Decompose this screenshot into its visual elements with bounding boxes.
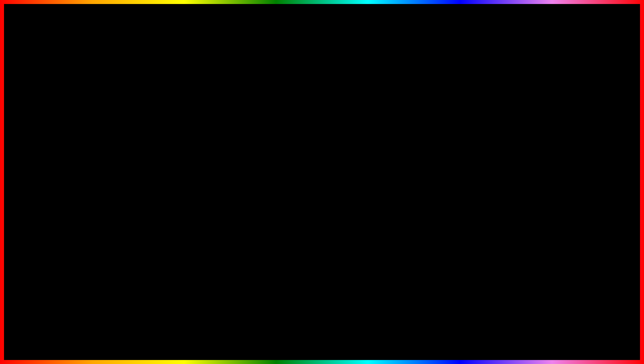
w2-sidebar-localplayer[interactable]: LocalPlayer — [188, 170, 231, 179]
window1-title: King Legacy (Adel Hub) — [128, 90, 177, 96]
w2-label-choose-mode: Choose Mode — [235, 164, 262, 169]
w2-row-save-health: Save Health ✓ — [231, 184, 356, 196]
sidebar-label-settings: Settings — [136, 149, 151, 154]
dot-icon-localplayer — [130, 141, 133, 144]
sidebar-item-dungeon[interactable]: Dungeon — [124, 120, 171, 129]
w2-value-weapon: Sword — [335, 154, 347, 159]
w2-control-select-weapon[interactable]: Sword ▲ — [335, 154, 352, 159]
w2-sidebar-farm[interactable]: Farm — [188, 143, 231, 152]
diamond-icon-farm — [129, 113, 134, 118]
sidebar-label-localplayer: LocalPlayer — [136, 140, 158, 145]
window2: King Legacy (Adel Hub) – × Main Farm Dun… — [187, 119, 357, 222]
window2-body: Main Farm Dungeon Combat LocalPlayer — [188, 130, 356, 221]
w2-sidebar-combat[interactable]: Combat — [188, 161, 231, 170]
w2-control-choose-mode[interactable]: Easy ▲ — [338, 165, 352, 169]
w2-label-save-health: Save Health — [235, 187, 259, 192]
toggle-teleport[interactable] — [341, 142, 352, 148]
sidebar-label-farm: Farm — [136, 113, 146, 118]
w2-label-teleport: Teleport To Dungeon! — [235, 143, 276, 148]
window1-titlebar: King Legacy (Adel Hub) – × — [124, 88, 296, 99]
dot-icon-combat — [130, 132, 133, 135]
avatar-icon-w2: 😊 — [191, 208, 201, 218]
pastebin-label: PASTEBIN — [375, 297, 558, 338]
avatar-name-w2: Sky — [203, 211, 209, 215]
window1-sidebar: Main Farm Dungeon Combat LocalPlayer — [124, 99, 171, 199]
w2-sidebar-settings[interactable]: Settings — [188, 179, 231, 188]
w2-dot-combat — [193, 164, 197, 167]
w2-sidebar-dungeon[interactable]: Dungeon — [188, 152, 231, 161]
w2-control-teleport — [341, 142, 352, 148]
window1-minimize-button[interactable]: – — [277, 90, 284, 97]
w2-value-mode: Easy — [338, 165, 347, 169]
window2-minimize-button[interactable]: – — [337, 122, 344, 128]
chevron-up-icon-mode: ▲ — [349, 165, 352, 169]
w2-sidebar-main[interactable]: Main — [188, 134, 231, 143]
w2-dot-main — [193, 137, 197, 140]
window2-sidebar: Main Farm Dungeon Combat LocalPlayer — [188, 130, 231, 221]
w2-row-choose-mode: Choose Mode Easy ▲ — [231, 162, 356, 172]
window2-close-button[interactable]: × — [346, 122, 353, 128]
sidebar-label-combat: Combat — [136, 131, 151, 136]
w2-dot-settings — [193, 182, 197, 185]
sidebar-item-settings[interactable]: Settings — [124, 147, 171, 156]
main-container: KING LEGACY LVL 4000 King Legacy (Adel H… — [0, 0, 644, 364]
w2-control-auto-dungeon — [341, 175, 352, 181]
sidebar-label-dungeon: Dungeon — [136, 122, 153, 127]
window2-controls: – × — [337, 122, 353, 128]
avatar-icon-w1: 😊 — [128, 187, 137, 196]
w2-row-select-weapon: Select Weapon Sword ▲ — [231, 151, 356, 162]
window2-titlebar: King Legacy (Adel Hub) – × — [188, 120, 356, 130]
script-label: SCRIPT — [236, 297, 370, 338]
window2-title: King Legacy (Adel Hub) — [191, 122, 240, 127]
thumbnail: 🧙 KING LEGACY — [564, 281, 637, 354]
chevron-up-icon-weapon: ▲ — [349, 154, 352, 158]
thumbnail-inner: 🧙 KING LEGACY — [565, 282, 636, 353]
main-title: KING LEGACY — [0, 6, 644, 73]
update-text-container: UPDATE 4.66 SCRIPT PASTEBIN — [7, 296, 558, 339]
avatar-name-w1: Sky — [139, 189, 146, 194]
w2-label-select-weapon: Select Weapon — [235, 154, 265, 159]
toggle-auto-dungeon[interactable] — [341, 175, 352, 181]
w1-section-title: Option section — [175, 102, 293, 107]
w1-btn-select-legacy[interactable]: Select Legacy — [175, 109, 293, 119]
version-label: 4.66 — [160, 297, 231, 338]
w2-section-title: Dungeon — [231, 130, 356, 139]
thumb-title-king: KING — [594, 325, 608, 330]
thumb-title-legacy: LEGACY — [589, 330, 612, 335]
sidebar-item-localplayer[interactable]: LocalPlayer — [124, 138, 171, 147]
dot-icon-main — [130, 105, 133, 108]
w2-row-teleport: Teleport To Dungeon! — [231, 139, 356, 151]
sidebar-item-combat[interactable]: Combat — [124, 129, 171, 138]
checkbox-save-health[interactable]: ✓ — [346, 187, 352, 193]
dot-icon-dungeon — [130, 123, 133, 126]
window1-avatar: 😊 Sky — [128, 187, 146, 196]
window2-avatar: 😊 Sky — [191, 208, 209, 218]
sidebar-item-farm[interactable]: Farm — [124, 111, 171, 120]
title-container: KING LEGACY — [0, 6, 644, 73]
w2-control-save-health: ✓ — [346, 187, 352, 193]
window1-close-button[interactable]: × — [286, 90, 293, 97]
window2-main-panel: Dungeon Teleport To Dungeon! Select Weap… — [231, 130, 356, 221]
dot-icon-settings — [130, 150, 133, 153]
sidebar-item-main[interactable]: Main — [124, 102, 171, 111]
w2-row-auto-dungeon: Auto Dungeon — [231, 172, 356, 184]
w2-dot-localplayer — [193, 173, 197, 176]
thumb-emoji: 🧙 — [586, 299, 615, 323]
bottom-container: UPDATE 4.66 SCRIPT PASTEBIN 🧙 KING LEGAC… — [7, 281, 637, 354]
window1-controls: – × — [277, 90, 293, 97]
update-label: UPDATE — [7, 297, 155, 338]
w2-dot-farm — [193, 146, 197, 149]
w2-label-auto-dungeon: Auto Dungeon — [235, 176, 263, 181]
w2-diamond-dungeon — [193, 154, 197, 158]
sidebar-label-main: Main — [136, 104, 145, 109]
